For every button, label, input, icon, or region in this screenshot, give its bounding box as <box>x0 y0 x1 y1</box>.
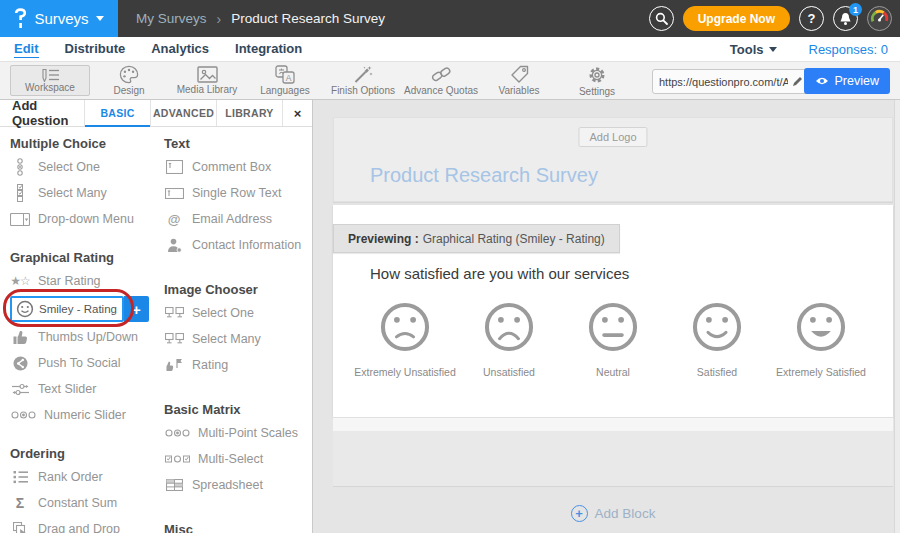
sidebar-item-select-one[interactable]: Select One <box>10 154 160 180</box>
media-library-button[interactable]: Media Library <box>168 62 246 100</box>
responses-link[interactable]: Responses: 0 <box>809 42 889 57</box>
account-gauge-button[interactable] <box>867 6 892 31</box>
help-button[interactable]: ? <box>799 6 824 31</box>
tag-icon <box>510 65 529 84</box>
advance-quotas-button[interactable]: Advance Quotas <box>402 62 480 100</box>
variables-button[interactable]: Variables <box>480 62 558 100</box>
sidebar-item-select-many[interactable]: Select Many <box>10 180 160 206</box>
add-logo-button[interactable]: Add Logo <box>578 127 647 147</box>
section-basic-matrix: Basic Matrix <box>164 402 312 417</box>
add-question-title: Add Question <box>0 100 84 126</box>
sidebar-item-multi-select[interactable]: Multi-Select <box>164 446 312 472</box>
checkbox-list-icon <box>10 184 30 202</box>
languages-label: Languages <box>260 85 310 96</box>
section-multiple-choice: Multiple Choice <box>10 136 160 151</box>
sidebar-item-constant-sum[interactable]: Σ Constant Sum <box>10 490 160 516</box>
svg-text:A: A <box>286 73 292 83</box>
tools-label: Tools <box>730 42 764 57</box>
sidebar-item-image-select-one[interactable]: Select One <box>164 300 312 326</box>
item-label: Spreadsheet <box>192 478 263 492</box>
item-label: Numeric Slider <box>44 408 126 422</box>
contact-person-icon <box>164 238 184 253</box>
survey-title[interactable]: Product Research Survey <box>370 164 598 187</box>
question-types-column-2: Text Comment Box Single Row Text @ Email… <box>164 127 312 533</box>
caret-down-icon <box>96 16 104 21</box>
tools-menu[interactable]: Tools <box>730 42 777 57</box>
sidebar-item-single-row-text[interactable]: Single Row Text <box>164 180 312 206</box>
tab-basic[interactable]: BASIC <box>84 100 150 126</box>
tab-integration[interactable]: Integration <box>235 41 302 58</box>
thumbs-up-icon <box>10 330 30 345</box>
upgrade-now-button[interactable]: Upgrade Now <box>683 6 790 31</box>
section-graphical-rating: Graphical Rating <box>10 250 160 265</box>
tab-distribute[interactable]: Distribute <box>65 41 126 58</box>
preview-button[interactable]: Preview <box>804 68 890 94</box>
sidebar-item-push-to-social[interactable]: Push To Social <box>10 350 160 376</box>
sidebar-item-contact-information[interactable]: Contact Information <box>164 232 312 258</box>
smiley-option-extremely-satisfied[interactable]: Extremely Satisfied <box>769 300 873 378</box>
tab-edit[interactable]: Edit <box>14 41 39 58</box>
preview-label: Preview <box>835 74 879 88</box>
rank-order-icon <box>10 470 30 484</box>
smiley-rating-selected-box[interactable]: Smiley - Rating <box>10 296 124 322</box>
drag-drop-icon <box>10 522 30 533</box>
question-text[interactable]: How satisfied are you with our services <box>370 265 629 282</box>
sidebar-item-thumbs-up-down[interactable]: Thumbs Up/Down <box>10 324 160 350</box>
sidebar-item-multi-point-scales[interactable]: Multi-Point Scales <box>164 420 312 446</box>
sidebar-item-smiley-rating[interactable]: Smiley - Rating + <box>10 294 160 324</box>
sidebar-item-email-address[interactable]: @ Email Address <box>164 206 312 232</box>
sidebar-item-star-rating[interactable]: ★☆ Star Rating <box>10 268 160 294</box>
design-button[interactable]: Design <box>90 62 168 100</box>
settings-button[interactable]: Settings <box>558 62 636 100</box>
languages-icon: A <box>275 65 295 84</box>
add-block-button[interactable]: + Add Block <box>333 505 893 522</box>
smiley-option-unsatisfied[interactable]: Unsatisfied <box>457 300 561 378</box>
breadcrumb-my-surveys[interactable]: My Surveys <box>136 11 207 26</box>
media-library-label: Media Library <box>177 84 238 95</box>
tab-analytics[interactable]: Analytics <box>151 41 209 58</box>
caret-down-icon <box>769 47 777 52</box>
languages-button[interactable]: A Languages <box>246 62 324 100</box>
sidebar-item-image-select-many[interactable]: Select Many <box>164 326 312 352</box>
surveys-product-menu[interactable]: Surveys <box>0 0 118 37</box>
nav-tabs: Edit Distribute Analytics Integration <box>0 41 302 58</box>
finish-options-label: Finish Options <box>331 85 395 96</box>
smiley-option-satisfied[interactable]: Satisfied <box>665 300 769 378</box>
gear-icon <box>587 65 607 85</box>
workspace-button[interactable]: Workspace <box>10 65 90 96</box>
survey-url-field[interactable]: https://questionpro.com/t/A <box>652 69 810 94</box>
edit-pencil-icon[interactable] <box>792 76 803 87</box>
tab-library[interactable]: LIBRARY <box>216 100 282 126</box>
survey-toolbar: Workspace Design Media Library A Languag… <box>0 62 900 100</box>
sidebar-item-image-rating[interactable]: Rating <box>164 352 312 378</box>
smiley-big-smile-icon <box>794 300 848 354</box>
sidebar-item-comment-box[interactable]: Comment Box <box>164 154 312 180</box>
sidebar-item-drag-and-drop[interactable]: Drag and Drop <box>10 516 160 533</box>
vertical-scrollbar[interactable] <box>894 100 900 533</box>
survey-header-card[interactable]: Add Logo Product Research Survey <box>333 117 893 202</box>
share-icon <box>10 356 30 371</box>
at-sign-icon: @ <box>164 212 184 227</box>
item-label: Select Many <box>38 186 107 200</box>
tab-advanced[interactable]: ADVANCED <box>150 100 216 126</box>
sidebar-item-spreadsheet[interactable]: Spreadsheet <box>164 472 312 498</box>
help-icon: ? <box>808 11 816 26</box>
previewing-badge: Previewing : Graphical Rating (Smiley - … <box>333 224 620 253</box>
question-block-footer-area <box>333 431 893 487</box>
smiley-option-neutral[interactable]: Neutral <box>561 300 665 378</box>
sidebar-item-dropdown-menu[interactable]: Drop-down Menu <box>10 206 160 232</box>
breadcrumb: My Surveys › Product Research Survey <box>136 0 385 37</box>
sidebar-item-numeric-slider[interactable]: Numeric Slider <box>10 402 160 428</box>
search-button[interactable] <box>649 6 674 31</box>
notifications-button[interactable]: 1 <box>833 6 858 31</box>
sidebar-item-rank-order[interactable]: Rank Order <box>10 464 160 490</box>
close-panel-button[interactable]: × <box>282 100 312 126</box>
item-label: Multi-Select <box>198 452 263 466</box>
smiley-options-row: Extremely Unsatisfied Unsatisfied Neutra… <box>333 300 893 378</box>
chain-links-icon <box>431 65 452 84</box>
sidebar-item-text-slider[interactable]: Text Slider <box>10 376 160 402</box>
finish-options-button[interactable]: Finish Options <box>324 62 402 100</box>
add-smiley-question-button[interactable]: + <box>124 296 149 322</box>
question-types-column-1: Multiple Choice Select One Select Many D… <box>10 127 160 533</box>
smiley-option-extremely-unsatisfied[interactable]: Extremely Unsatisfied <box>353 300 457 378</box>
